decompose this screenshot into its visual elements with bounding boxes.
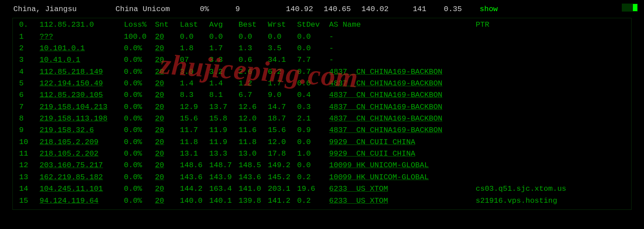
hop-loss: 0.0% [124, 54, 155, 66]
hop-snt[interactable]: 20 [155, 160, 180, 171]
hop-best: 12.0 [239, 113, 268, 125]
hop-index: 13 [19, 172, 40, 183]
hop-loss: 0.0% [124, 43, 155, 54]
hop-avg: 13.7 [209, 101, 239, 113]
hop-last: 148.6 [180, 160, 209, 171]
summary-bar: China, Jiangsu China Unicom 0% 9 140.92 … [0, 0, 644, 18]
hop-host[interactable]: 112.85.218.149 [40, 66, 124, 78]
summary-loss: 0% [200, 4, 235, 15]
hop-best: 13.0 [239, 148, 268, 160]
hop-index: 6 [19, 89, 40, 101]
hop-loss: 0.0% [124, 137, 155, 148]
hop-host[interactable]: 112.85.230.105 [40, 89, 124, 101]
hop-snt[interactable]: 20 [155, 113, 180, 125]
hop-stdev: 0.0 [297, 31, 326, 43]
hop-asname[interactable]: 6233 US XTOM [326, 195, 471, 207]
hop-snt[interactable]: 20 [155, 148, 180, 160]
hop-loss: 0.0% [124, 66, 155, 78]
hop-host[interactable]: 10.41.0.1 [40, 54, 124, 66]
hop-index: 9 [19, 125, 40, 136]
hop-stdev: 19.6 [297, 183, 326, 195]
hop-stdev: 0.9 [297, 125, 326, 136]
hop-asname[interactable]: 10099 HK UNICOM-GLOBAL [326, 160, 471, 171]
hop-asname[interactable]: 6233 US XTOM [326, 183, 471, 195]
hop-snt[interactable]: 20 [155, 137, 180, 148]
hdr-ptr: PTR [471, 19, 625, 31]
hop-asname[interactable]: 9929 CN CUII CHINA [326, 137, 471, 148]
hop-wrst: 6.2 [268, 66, 297, 78]
summary-best: 140.02 [351, 4, 389, 15]
hop-snt[interactable]: 20 [155, 183, 180, 195]
hdr-loss: Loss% [124, 19, 155, 31]
hdr-target-host[interactable]: 112.85.231.0 [40, 19, 124, 31]
hop-ptr [471, 160, 625, 171]
hop-host[interactable]: 94.124.119.64 [40, 195, 124, 207]
hop-row: 10218.105.2.2090.0%2011.811.911.812.00.0… [13, 137, 631, 148]
hop-stdev: 0.0 [297, 78, 326, 89]
hop-row: 12203.160.75.2170.0%20148.6148.7148.5149… [13, 160, 631, 171]
hop-host[interactable]: ??? [40, 31, 124, 43]
hop-host[interactable]: 218.105.2.209 [40, 137, 124, 148]
hop-asname[interactable]: 4837 CN CHINA169-BACKBON [326, 125, 471, 136]
hop-best: 2.6 [239, 66, 268, 78]
hop-last: 07 [180, 54, 209, 66]
hop-host[interactable]: 219.158.32.6 [40, 125, 124, 136]
hop-wrst: 3.5 [268, 43, 297, 54]
hop-ptr [471, 54, 625, 66]
hop-wrst: 203.1 [268, 183, 297, 195]
hop-ptr: cs03.q51.sjc.xtom.us [471, 183, 625, 195]
hop-snt[interactable]: 20 [155, 89, 180, 101]
hop-snt[interactable]: 20 [155, 172, 180, 183]
hop-ptr [471, 89, 625, 101]
hop-host[interactable]: 162.219.85.182 [40, 172, 124, 183]
hop-stdev: 2.1 [297, 113, 326, 125]
hop-ptr [471, 101, 625, 113]
hop-index: 1 [19, 31, 40, 43]
hop-asname: - [326, 31, 471, 43]
hop-loss: 0.0% [124, 148, 155, 160]
hop-host[interactable]: 122.194.150.49 [40, 78, 124, 89]
hop-snt[interactable]: 20 [155, 43, 180, 54]
hop-asname[interactable]: 10099 HK UNICOM-GLOBAL [326, 172, 471, 183]
hop-ptr [471, 66, 625, 78]
hop-host[interactable]: 104.245.11.101 [40, 183, 124, 195]
hop-wrst: 141.2 [268, 195, 297, 207]
hdr-last: Last [180, 19, 209, 31]
hop-host[interactable]: 218.105.2.202 [40, 148, 124, 160]
hop-snt[interactable]: 20 [155, 78, 180, 89]
hop-stdev: 0.0 [297, 43, 326, 54]
hop-snt[interactable]: 20 [155, 31, 180, 43]
hop-row: 210.101.0.10.0%201.81.71.33.50.0- [13, 43, 631, 54]
hop-snt[interactable]: 20 [155, 54, 180, 66]
hop-index: 14 [19, 183, 40, 195]
hop-row: 14104.245.11.1010.0%20144.2163.4141.0203… [13, 183, 631, 195]
hop-stdev: 0.7 [297, 66, 326, 78]
hop-loss: 0.0% [124, 78, 155, 89]
hop-avg: 15.8 [209, 113, 239, 125]
hop-asname[interactable]: 9929 CN CUII CHINA [326, 148, 471, 160]
hop-row: 1594.124.119.640.0%20140.0140.1139.8141.… [13, 195, 631, 207]
hop-index: 7 [19, 101, 40, 113]
hop-host[interactable]: 10.101.0.1 [40, 43, 124, 54]
hop-asname[interactable]: 4837 CN CHINA169-BACKBON [326, 66, 471, 78]
hop-loss: 0.0% [124, 172, 155, 183]
hop-row: 5122.194.150.490.0%201.41.41.21.70.04837… [13, 78, 631, 89]
hop-snt[interactable]: 20 [155, 66, 180, 78]
hop-snt[interactable]: 20 [155, 195, 180, 207]
hop-host[interactable]: 219.158.113.198 [40, 113, 124, 125]
hop-asname[interactable]: 4837 CN CHINA169-BACKBON [326, 78, 471, 89]
hop-host[interactable]: 203.160.75.217 [40, 160, 124, 171]
hop-index: 12 [19, 160, 40, 171]
hop-snt[interactable]: 20 [155, 125, 180, 136]
show-link[interactable]: show [480, 4, 498, 15]
hop-snt[interactable]: 20 [155, 101, 180, 113]
hop-asname[interactable]: 4837 CN CHINA169-BACKBON [326, 89, 471, 101]
hop-best: 11.6 [239, 125, 268, 136]
hop-asname[interactable]: 4837 CN CHINA169-BACKBON [326, 113, 471, 125]
hop-loss: 0.0% [124, 113, 155, 125]
hop-host[interactable]: 219.158.104.213 [40, 101, 124, 113]
hop-stdev: 0.2 [297, 195, 326, 207]
hop-best: 148.5 [239, 160, 268, 171]
hop-avg: 1.4 [209, 78, 239, 89]
hop-asname[interactable]: 4837 CN CHINA169-BACKBON [326, 101, 471, 113]
